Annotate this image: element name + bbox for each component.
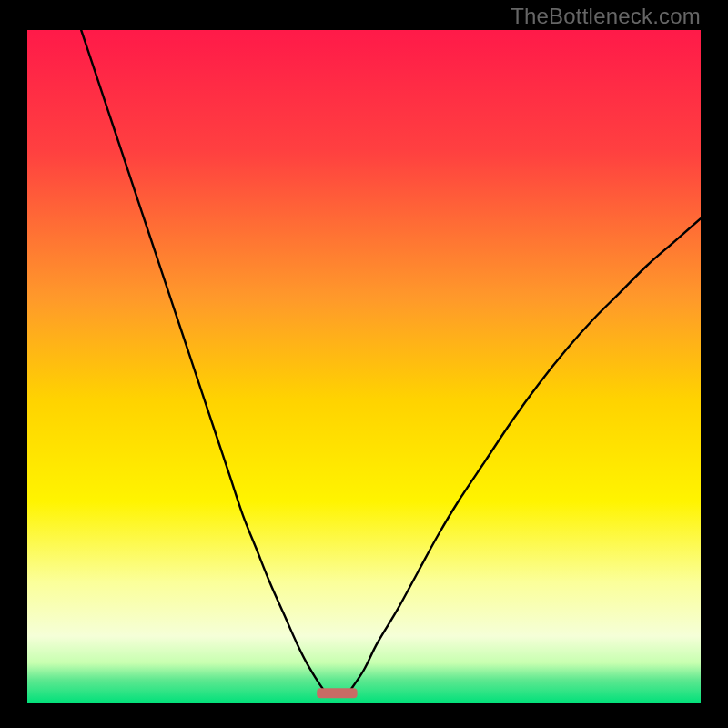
watermark-text: TheBottleneck.com: [511, 4, 701, 29]
chart-frame: [27, 30, 701, 703]
bottleneck-chart: [27, 30, 701, 703]
bottleneck-marker: [317, 688, 357, 698]
gradient-background: [27, 30, 701, 703]
